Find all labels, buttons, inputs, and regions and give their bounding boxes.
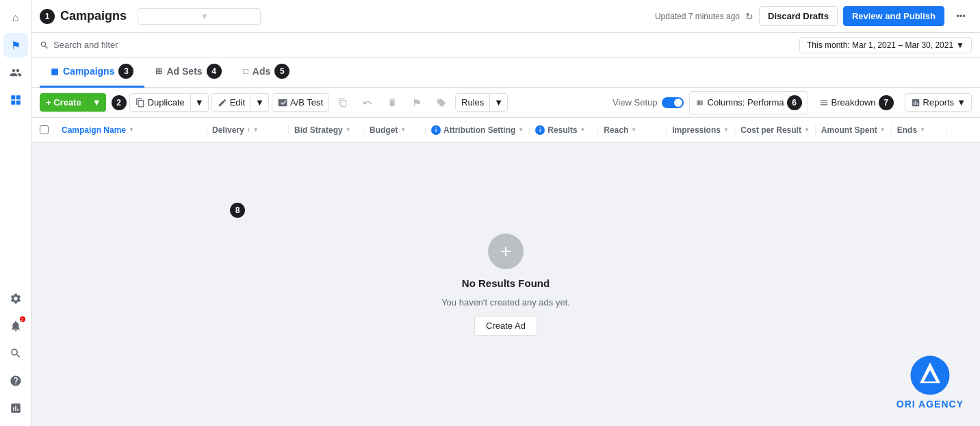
tab-campaigns[interactable]: ◼ Campaigns 3: [40, 58, 144, 88]
adsets-tab-label: Ad Sets: [166, 66, 202, 77]
select-all-checkbox[interactable]: [31, 125, 56, 134]
col-cost-arrow-icon: ▼: [804, 127, 810, 133]
more-options-button[interactable]: •••: [950, 5, 972, 27]
sidebar-bottom: 2: [3, 286, 28, 421]
sidebar-settings-icon[interactable]: [3, 286, 28, 311]
ab-test-button[interactable]: A/B Test: [272, 93, 329, 112]
view-setup: View Setup: [612, 97, 684, 108]
col-results-label: Results: [547, 125, 577, 135]
empty-title: No Results Found: [462, 277, 550, 289]
col-results[interactable]: i Results ▼: [530, 125, 598, 135]
badge-2: 2: [112, 95, 127, 110]
create-dropdown-arrow[interactable]: ▼: [88, 93, 106, 112]
col-amount-label: Amount Spent: [821, 125, 877, 135]
campaign-dropdown[interactable]: ▼: [138, 8, 261, 25]
sidebar-home-icon[interactable]: ⌂: [3, 5, 28, 30]
col-campaign-name[interactable]: Campaign Name ▼: [56, 125, 207, 135]
delete-icon-button[interactable]: [381, 92, 403, 114]
col-cost-label: Cost per Result: [740, 125, 801, 135]
refresh-icon[interactable]: ↻: [745, 11, 753, 22]
col-bid-arrow-icon: ▼: [346, 127, 351, 133]
tab-ads[interactable]: □ Ads 5: [233, 58, 301, 88]
col-budget[interactable]: Budget ▼: [364, 125, 426, 135]
flag-icon-button[interactable]: [406, 92, 428, 114]
top-bar-right: Updated 7 minutes ago ↻ Discard Drafts R…: [655, 5, 972, 27]
col-arrow-icon: ▼: [129, 127, 134, 133]
rules-label: Rules: [461, 97, 484, 108]
ads-tab-label: Ads: [253, 66, 270, 77]
search-filter-input[interactable]: Search and filter: [40, 40, 794, 50]
empty-plus-icon[interactable]: +: [488, 234, 524, 269]
col-delivery-arrow-icon: ▼: [253, 127, 259, 133]
col-delivery-label: Delivery: [212, 125, 244, 135]
edit-button-group: Edit ▼: [211, 93, 269, 112]
col-reach-arrow-icon: ▼: [631, 127, 636, 133]
view-setup-toggle[interactable]: [662, 97, 684, 108]
attribution-info-icon[interactable]: i: [431, 125, 441, 135]
view-setup-label: View Setup: [612, 97, 658, 108]
breakdown-button[interactable]: Breakdown 7: [814, 92, 899, 114]
create-button[interactable]: + Create: [40, 93, 88, 112]
col-ends-arrow-icon: ▼: [920, 127, 925, 133]
sidebar-bell-icon[interactable]: 2: [3, 314, 28, 338]
sidebar-flag-icon[interactable]: ⚑: [3, 33, 28, 58]
badge-1: 1: [40, 9, 55, 24]
col-amount-arrow-icon: ▼: [880, 127, 886, 133]
watermark-text: ORI AGENCY: [897, 399, 964, 410]
date-range-button[interactable]: This month: Mar 1, 2021 – Mar 30, 2021 ▼: [799, 37, 972, 53]
date-range-arrow-icon: ▼: [956, 40, 964, 50]
sidebar-search-icon[interactable]: [3, 341, 28, 366]
col-impressions[interactable]: Impressions ▼: [667, 125, 735, 135]
edit-button[interactable]: Edit: [211, 93, 251, 112]
col-reach-label: Reach: [604, 125, 628, 135]
duplicate-label: Duplicate: [148, 97, 185, 108]
col-ends[interactable]: Ends ▼: [892, 125, 946, 135]
review-publish-button[interactable]: Review and Publish: [843, 6, 944, 26]
header-checkbox[interactable]: [40, 125, 49, 134]
col-delivery[interactable]: Delivery ↑ ▼: [207, 125, 289, 135]
rules-dropdown-arrow[interactable]: ▼: [490, 93, 508, 112]
edit-dropdown-arrow[interactable]: ▼: [251, 93, 269, 112]
create-button-group: + Create ▼: [40, 93, 106, 112]
tab-bar: ◼ Campaigns 3 ⊞ Ad Sets 4 □ Ads 5: [31, 58, 980, 88]
date-range-text: This month: Mar 1, 2021 – Mar 30, 2021: [807, 40, 953, 50]
discard-drafts-button[interactable]: Discard Drafts: [759, 6, 838, 26]
columns-button[interactable]: Columns: Performa 6: [689, 91, 808, 114]
badge-7: 7: [879, 95, 894, 110]
duplicate-button[interactable]: Duplicate: [129, 93, 191, 112]
copy-icon-button[interactable]: [332, 92, 354, 114]
sidebar-grid-icon[interactable]: [3, 88, 28, 112]
undo-icon-button[interactable]: [357, 92, 378, 114]
updated-text: Updated 7 minutes ago: [655, 12, 740, 21]
sidebar-help-icon[interactable]: [3, 368, 28, 393]
sidebar-people-icon[interactable]: [3, 60, 28, 85]
col-amount-spent[interactable]: Amount Spent ▼: [816, 125, 892, 135]
reports-button[interactable]: Reports ▼: [905, 93, 972, 112]
reports-label: Reports: [923, 97, 955, 108]
ab-test-label: A/B Test: [290, 97, 323, 108]
create-ad-button[interactable]: Create Ad: [474, 316, 537, 336]
col-cost-per-result[interactable]: Cost per Result ▼: [735, 125, 816, 135]
search-placeholder: Search and filter: [53, 40, 118, 50]
col-bid-strategy[interactable]: Bid Strategy ▼: [289, 125, 364, 135]
toolbar-right: View Setup Columns: Performa 6 Breakdown…: [612, 91, 972, 114]
col-budget-label: Budget: [370, 125, 398, 135]
col-attribution-arrow-icon: ▼: [518, 127, 524, 133]
duplicate-dropdown-arrow[interactable]: ▼: [191, 93, 209, 112]
tag-icon-button[interactable]: [430, 92, 452, 114]
results-info-icon[interactable]: i: [535, 125, 545, 135]
col-bid-strategy-label: Bid Strategy: [294, 125, 343, 135]
content-area: + No Results Found You haven't created a…: [31, 142, 980, 426]
rules-button[interactable]: Rules: [455, 93, 490, 112]
col-attribution[interactable]: i Attribution Setting ▼: [426, 125, 530, 135]
table-header: Campaign Name ▼ Delivery ↑ ▼ Bid Strateg…: [31, 118, 980, 142]
campaigns-tab-icon: ◼: [51, 66, 59, 77]
sort-arrow-icon: ↑: [247, 126, 250, 134]
col-reach[interactable]: Reach ▼: [598, 125, 667, 135]
tab-ad-sets[interactable]: ⊞ Ad Sets 4: [144, 58, 232, 88]
sidebar-chart-icon[interactable]: [3, 396, 28, 421]
ads-tab-icon: □: [244, 66, 248, 76]
reports-arrow-icon: ▼: [957, 97, 966, 108]
badge-6: 6: [787, 95, 802, 110]
empty-state: + No Results Found You haven't created a…: [31, 142, 980, 426]
